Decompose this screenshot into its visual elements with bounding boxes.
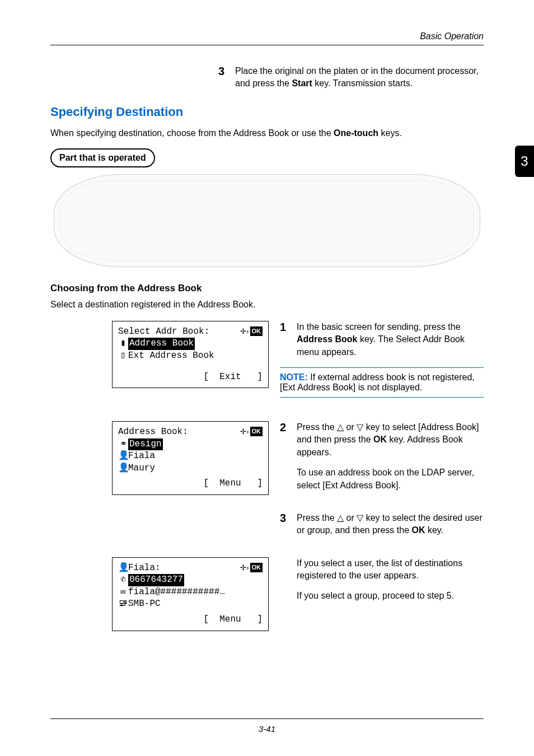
subheading: Choosing from the Address Book bbox=[50, 283, 484, 294]
step-number: 3 bbox=[280, 512, 297, 545]
footer-rule bbox=[50, 718, 484, 719]
step-3-top: 3 Place the original on the platen or in… bbox=[50, 65, 484, 90]
step-number: 2 bbox=[280, 421, 297, 500]
step-3-continuation: If you select a user, the list of destin… bbox=[280, 557, 484, 610]
step-number: 1 bbox=[280, 321, 297, 358]
step-text: Press the △ or ▽ key to select the desir… bbox=[297, 512, 484, 545]
step-number: 3 bbox=[218, 65, 235, 90]
sub-intro: Select a destination registered in the A… bbox=[50, 300, 484, 310]
page-number: 3-41 bbox=[0, 724, 534, 734]
lcd-screen-3: 👤Fiala: ✢›OK ✆0667643277 ✉fiala@########… bbox=[112, 557, 269, 631]
step-text: Place the original on the platen or in t… bbox=[235, 65, 484, 90]
control-panel-diagram bbox=[54, 174, 480, 267]
lcd-screen-1: Select Addr Book: ✢›OK ▮Address Book ▯Ex… bbox=[112, 321, 269, 388]
step-text: In the basic screen for sending, press t… bbox=[297, 321, 484, 358]
lcd-screen-2: Address Book: ✢›OK ⚭Design 👤Fiala 👤Maury… bbox=[112, 421, 269, 495]
section-intro: When specifying destination, choose from… bbox=[50, 128, 484, 138]
header-rule bbox=[50, 45, 484, 45]
running-header: Basic Operation bbox=[420, 31, 484, 41]
section-heading: Specifying Destination bbox=[50, 105, 484, 119]
step-text: Press the △ or ▽ key to select [Address … bbox=[297, 421, 484, 500]
part-operated-pill: Part that is operated bbox=[50, 148, 155, 167]
chapter-tab: 3 bbox=[515, 146, 534, 177]
note-box: NOTE: If external address book is not re… bbox=[280, 367, 484, 398]
